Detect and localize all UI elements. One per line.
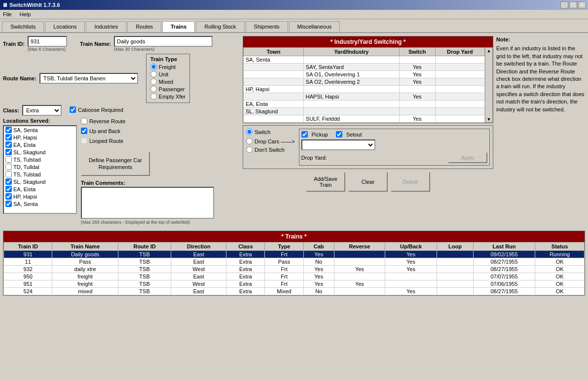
train-row-2[interactable]: 932daily xtreTSBWestExtraFrtYesYesYes08/… [4, 266, 585, 273]
setout-checkbox[interactable] [336, 131, 342, 138]
add-save-button[interactable]: Add/Save Train [306, 172, 345, 192]
location-item-7[interactable]: SL, Skaglund [4, 178, 76, 185]
reverse-route-checkbox[interactable] [81, 118, 87, 124]
define-passenger-btn[interactable]: Define Passenger Car Requirements [81, 151, 150, 176]
industry-table-scroll[interactable]: Town Yard/Industry Switch Drop Yard SA, … [243, 47, 485, 123]
dont-switch-row: Don't Switch [246, 146, 295, 153]
setout-label: Setout [346, 132, 362, 138]
industry-row-4[interactable]: HP, Hapsi [244, 86, 485, 93]
industry-row-6[interactable]: EA, Eista [244, 101, 485, 108]
locations-list[interactable]: SA, SentaHP, HapsiEA, EistaSL, SkaglundT… [3, 125, 77, 214]
scroll-down-btn[interactable]: ▼ [485, 116, 492, 122]
train-id-input[interactable] [28, 36, 67, 47]
minimize-button[interactable]: _ [560, 1, 568, 8]
trains-col-lastrun: Last Run [473, 242, 535, 251]
drop-cars-label: Drop Cars ——> [255, 138, 295, 144]
apply-button[interactable]: Apply [448, 152, 487, 163]
switch-right: Pickup Setout Drop Yard: Apply [299, 129, 490, 166]
radio-empty-xfer: Empty Xfer [150, 93, 185, 100]
right-section: * Industry/Yard Switching * Town Yard/In… [243, 36, 585, 225]
scroll-track [485, 54, 492, 116]
drop-cars-radio[interactable] [246, 138, 253, 144]
trains-table-header: * Trains * [3, 231, 585, 242]
up-and-back-checkbox[interactable] [81, 128, 87, 134]
comments-textarea[interactable] [81, 187, 214, 219]
menu-bar: File Help [0, 10, 588, 19]
menu-file[interactable]: File [2, 11, 13, 18]
tab-rolling-stock[interactable]: Rolling Stock [196, 21, 244, 32]
train-row-3[interactable]: 950freightTSBEastExtraFrtYes07/07/1955OK [4, 273, 585, 280]
location-item-4[interactable]: TS, Tulstad [4, 156, 76, 163]
menu-help[interactable]: Help [19, 11, 32, 18]
location-item-2[interactable]: EA, Eista [4, 141, 76, 148]
close-button[interactable]: ✕ [578, 1, 586, 8]
trains-col-status: Status [535, 242, 585, 251]
train-row-4[interactable]: 951freightTSBWestExtraFrtYesYes07/06/195… [4, 280, 585, 288]
tab-routes[interactable]: Routes [127, 21, 161, 32]
train-row-5[interactable]: 524mixedTSBEastExtraMixedNoYes08/27/1955… [4, 288, 585, 295]
dont-switch-radio[interactable] [246, 146, 253, 153]
location-item-10[interactable]: SA, Senta [4, 200, 76, 207]
radio-freight: Freight [150, 64, 185, 70]
locations-section: Locations Served: SA, SentaHP, HapsiEA, … [3, 118, 77, 225]
tab-switchlists[interactable]: Switchlists [2, 21, 44, 32]
maximize-button[interactable]: □ [569, 1, 577, 8]
location-item-8[interactable]: EA, Eista [4, 185, 76, 193]
tab-locations[interactable]: Locations [45, 21, 85, 32]
location-item-9[interactable]: HP, Hapsi [4, 193, 76, 200]
title-bar: 🖥 SwitchWithIt 1.7.3.6 _ □ ✕ [0, 0, 588, 10]
industry-row-2[interactable]: SA O1, Overlevering 1Yes [244, 71, 485, 78]
drop-yard-select[interactable] [301, 139, 375, 150]
looped-route-label: Looped Route [89, 138, 123, 144]
drop-yard-label-row: Drop Yard: Apply [301, 152, 487, 163]
industry-row-5[interactable]: HAPSI, HapsiYes [244, 93, 485, 101]
route-name-select[interactable]: TSB, Tuldall Senta Banen [39, 73, 138, 84]
caboose-checkbox[interactable] [70, 106, 76, 113]
comments-label: Train Comments: [81, 180, 214, 186]
comments-section: Train Comments: (Max 255 characters - Di… [81, 180, 214, 225]
industry-row-1[interactable]: SAY, SentaYardYes [244, 64, 485, 71]
industry-row-3[interactable]: SA O2, Overlevering 2Yes [244, 78, 485, 86]
train-row-1[interactable]: 11PassTSBEastExtraPassNoYes08/27/1955OK [4, 258, 585, 266]
col-town: Town [244, 48, 304, 56]
tab-shipments[interactable]: Shipments [246, 21, 288, 32]
train-id-row: Train ID: (Max 6 Characters) Train Name:… [3, 36, 240, 52]
trains-table: Train ID Train Name Route ID Direction C… [3, 242, 585, 295]
trains-section: * Trains * Train ID Train Name Route ID … [3, 231, 585, 296]
pickup-checkbox[interactable] [301, 131, 308, 138]
industry-row-0[interactable]: SA, Senta [244, 56, 485, 64]
industry-row-8[interactable]: SULF, FieldddYes [244, 115, 485, 123]
trains-col-class: Class [226, 242, 265, 251]
tab-industries[interactable]: Industries [86, 21, 126, 32]
drop-yard-row [301, 139, 487, 150]
industry-section: * Industry/Yard Switching * Town Yard/In… [243, 36, 493, 225]
location-item-6[interactable]: TS, Tulstad [4, 171, 76, 178]
location-item-1[interactable]: HP, Hapsi [4, 134, 76, 141]
industry-scrollbar[interactable]: ▲ ▼ [485, 47, 493, 123]
tab-trains[interactable]: Trains [162, 21, 195, 32]
left-panel: Train ID: (Max 6 Characters) Train Name:… [3, 36, 240, 225]
middle-section: Reverse Route Up and Back Looped Route D… [81, 118, 214, 225]
location-item-3[interactable]: SL, Skaglund [4, 148, 76, 156]
switch-radio[interactable] [246, 129, 253, 135]
class-select[interactable]: Extra [22, 105, 62, 116]
delete-button[interactable]: Delete [391, 172, 430, 192]
clear-button[interactable]: Clear [348, 172, 388, 192]
lower-form: Locations Served: SA, SentaHP, HapsiEA, … [3, 118, 240, 225]
scroll-up-btn[interactable]: ▲ [485, 48, 492, 54]
main-content: Train ID: (Max 6 Characters) Train Name:… [0, 33, 588, 228]
note-text: Even if an industry is listed in the gri… [496, 45, 585, 113]
train-name-input[interactable] [114, 36, 213, 47]
note-panel: Note: Even if an industry is listed in t… [496, 36, 585, 225]
switch-label: Switch [255, 129, 270, 135]
radio-mixed: Mixed [150, 78, 185, 85]
industry-row-7[interactable]: SL, Skaglund [244, 108, 485, 115]
up-and-back-label: Up and Back [89, 128, 120, 134]
location-item-0[interactable]: SA, Senta [4, 126, 76, 134]
tab-bar: Switchlists Locations Industries Routes … [0, 19, 588, 33]
looped-route-checkbox[interactable] [81, 138, 87, 144]
location-item-5[interactable]: TD, Tulldal [4, 163, 76, 171]
industry-table-header: * Industry/Yard Switching * [243, 36, 493, 47]
train-row-0[interactable]: 931Daily goodsTSBEastExtraFrtYesYes09/02… [4, 251, 585, 258]
tab-miscellaneous[interactable]: Miscellaneous [289, 21, 340, 32]
